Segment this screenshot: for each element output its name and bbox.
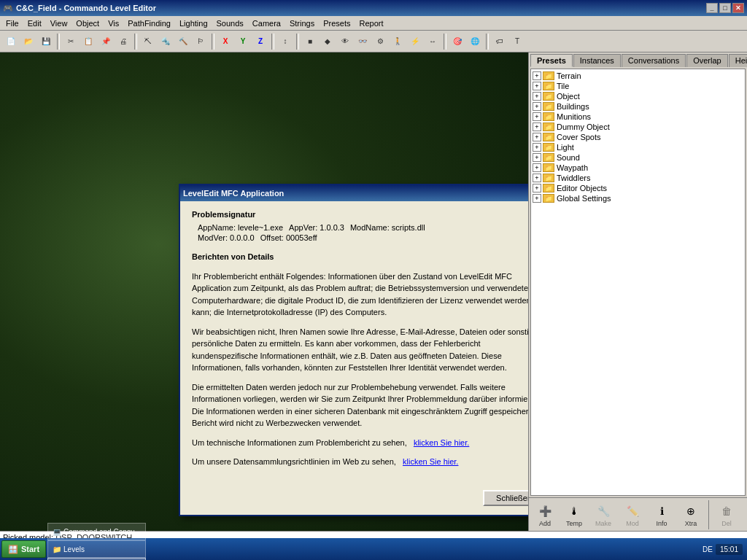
tree-expander[interactable]: +	[533, 143, 541, 152]
tree-expander[interactable]: +	[533, 133, 541, 141]
app-title: C&C_Field - Commando Level Editor	[16, 4, 156, 12]
toolbar-tool1[interactable]: ⛏	[140, 34, 156, 50]
toolbar-b10[interactable]: 🌐	[467, 34, 483, 50]
menu-strings[interactable]: Strings	[285, 18, 319, 29]
toolbar-tool2[interactable]: 🔩	[158, 34, 174, 50]
folder-icon: 📁	[543, 71, 554, 80]
toolbar-save[interactable]: 💾	[38, 34, 54, 50]
toolbar-b2[interactable]: ◆	[320, 34, 336, 50]
tree-item-sound[interactable]: + 📁 Sound	[533, 152, 743, 163]
toolbar-b3[interactable]: 👁	[337, 34, 353, 50]
temp-icon: 🌡	[565, 502, 583, 520]
toolbar-tool3[interactable]: 🔨	[175, 34, 191, 50]
mod-icon: ✏️	[624, 502, 641, 520]
tree-item-munitions[interactable]: + 📁 Munitions	[533, 112, 743, 122]
toolbar-b7[interactable]: ⚡	[407, 34, 423, 50]
preset-tree[interactable]: + 📁 Terrain + 📁 Tile + 📁 Object + 📁 Buil…	[530, 69, 746, 496]
toolbar-b1[interactable]: ■	[302, 34, 318, 50]
title-bar-buttons[interactable]: _ □ ✕	[706, 3, 744, 13]
menu-camera[interactable]: Camera	[248, 18, 285, 29]
menu-file[interactable]: File	[1, 18, 23, 29]
tab-heightfield[interactable]: Heightfield	[729, 54, 747, 67]
toolbar-cut[interactable]: ✂	[63, 34, 79, 50]
tool-info[interactable]: ℹ Info	[649, 501, 675, 529]
folder-icon: 📁	[543, 163, 554, 172]
tree-item-cover-spots[interactable]: + 📁 Cover Spots	[533, 132, 743, 142]
tree-expander[interactable]: +	[533, 122, 541, 131]
toolbar-copy[interactable]: 📋	[80, 34, 96, 50]
tool-add[interactable]: ➕ Add	[532, 501, 558, 529]
dialog-link-2[interactable]: klicken Sie hier.	[403, 457, 458, 466]
tree-expander[interactable]: +	[533, 82, 541, 90]
toolbar-b12[interactable]: T	[509, 34, 525, 50]
xtra-icon: ⊕	[682, 502, 700, 520]
tree-item-dummy-object[interactable]: + 📁 Dummy Object	[533, 122, 743, 132]
menu-report[interactable]: Report	[355, 18, 388, 29]
minimize-button[interactable]: _	[706, 3, 718, 13]
tree-item-tile[interactable]: + 📁 Tile	[533, 81, 743, 91]
tree-item-global-settings[interactable]: + 📁 Global Settings	[533, 193, 743, 203]
toolbar-arrow[interactable]: ↕	[277, 34, 293, 50]
toolbar-b11[interactable]: 🏷	[492, 34, 508, 50]
tree-item-terrain[interactable]: + 📁 Terrain	[533, 71, 743, 81]
tree-label: Cover Spots	[557, 133, 601, 141]
toolbar-b9[interactable]: 🎯	[449, 34, 465, 50]
start-button[interactable]: 🪟 Start	[1, 540, 46, 558]
toolbar-z[interactable]: Z	[252, 34, 268, 50]
tree-expander[interactable]: +	[533, 163, 541, 172]
tree-expander[interactable]: +	[533, 92, 541, 101]
toolbar-x[interactable]: X	[217, 34, 233, 50]
tab-overlap[interactable]: Overlap	[686, 54, 728, 67]
menu-sounds[interactable]: Sounds	[212, 18, 248, 29]
taskbar-item-command-and-conqu...[interactable]: 💻Command and Conqu...	[47, 523, 146, 540]
canvas-area[interactable]: LevelEdit MFC Application ✕ Problemsigna…	[0, 52, 528, 531]
tree-label: Twiddlers	[557, 174, 590, 182]
toolbar-open[interactable]: 📂	[20, 34, 36, 50]
prob-row-2: ModVer: 0.0.0.0 Offset: 00053eff	[198, 233, 528, 242]
menu-presets[interactable]: Presets	[319, 18, 355, 29]
toolbar-y[interactable]: Y	[235, 34, 251, 50]
menu-view[interactable]: View	[46, 18, 72, 29]
menu-object[interactable]: Object	[71, 18, 104, 29]
menu-vis[interactable]: Vis	[104, 18, 123, 29]
tool-xtra[interactable]: ⊕ Xtra	[678, 501, 704, 529]
toolbar-paste[interactable]: 📌	[98, 34, 114, 50]
folder-icon: 📁	[543, 112, 554, 121]
menu-lighting[interactable]: Lighting	[175, 18, 212, 29]
dialog-schliessen-button[interactable]: Schließen	[483, 490, 528, 506]
toolbar-b8[interactable]: ↔	[425, 34, 441, 50]
tree-item-light[interactable]: + 📁 Light	[533, 142, 743, 152]
tree-expander[interactable]: +	[533, 71, 541, 80]
menu-edit[interactable]: Edit	[23, 18, 46, 29]
tab-conversations[interactable]: Conversations	[622, 54, 686, 67]
tree-label: Light	[557, 143, 574, 152]
tree-expander[interactable]: +	[533, 194, 541, 203]
toolbar-new[interactable]: 📄	[3, 34, 19, 50]
toolbar-b4[interactable]: 👓	[355, 34, 371, 50]
tree-item-object[interactable]: + 📁 Object	[533, 91, 743, 101]
toolbar-b6[interactable]: 🚶	[390, 34, 406, 50]
toolbar-tool4[interactable]: 🏳	[193, 34, 209, 50]
tree-item-buildings[interactable]: + 📁 Buildings	[533, 101, 743, 112]
add-icon: ➕	[536, 502, 554, 520]
dialog-link-1[interactable]: klicken Sie hier.	[414, 438, 469, 447]
tab-instances[interactable]: Instances	[573, 54, 621, 67]
tree-item-waypath[interactable]: + 📁 Waypath	[533, 163, 743, 173]
tab-presets[interactable]: Presets	[530, 54, 573, 67]
tree-expander[interactable]: +	[533, 102, 541, 111]
maximize-button[interactable]: □	[719, 3, 731, 13]
close-button[interactable]: ✕	[732, 3, 744, 13]
tray-lang: DE	[703, 545, 713, 553]
toolbar-b5[interactable]: ⚙	[372, 34, 388, 50]
folder-icon: 📁	[543, 82, 554, 90]
tool-temp[interactable]: 🌡 Temp	[561, 501, 587, 529]
tree-expander[interactable]: +	[533, 153, 541, 162]
tree-expander[interactable]: +	[533, 174, 541, 182]
tree-item-editor-objects[interactable]: + 📁 Editor Objects	[533, 183, 743, 193]
tree-expander[interactable]: +	[533, 112, 541, 121]
menu-pathfinding[interactable]: PathFinding	[123, 18, 175, 29]
taskbar-item-levels[interactable]: 📁Levels	[47, 540, 146, 558]
toolbar-print[interactable]: 🖨	[115, 34, 131, 50]
tree-expander[interactable]: +	[533, 184, 541, 192]
tree-item-twiddlers[interactable]: + 📁 Twiddlers	[533, 173, 743, 183]
